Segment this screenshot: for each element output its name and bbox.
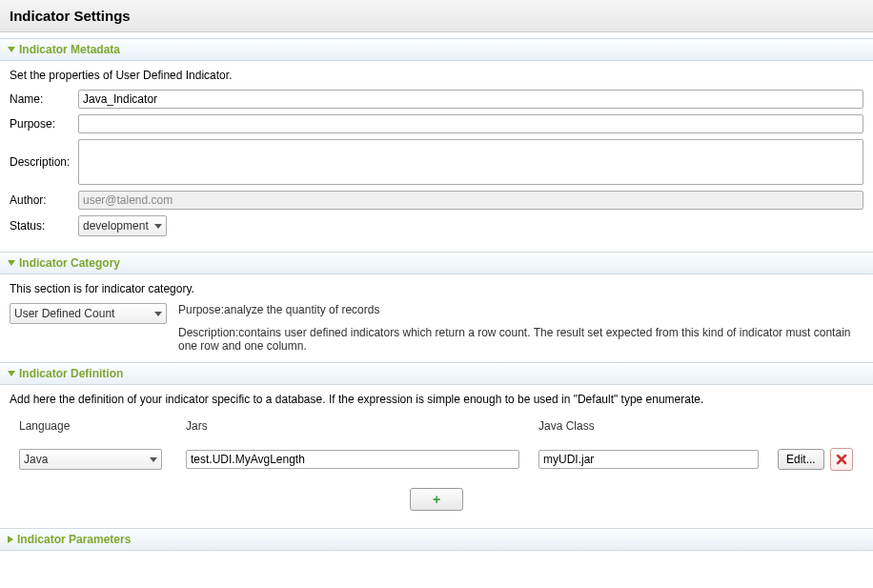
category-intro: This section is for indicator category.	[10, 282, 863, 295]
label-status: Status:	[10, 219, 78, 233]
status-combo[interactable]: development	[78, 215, 167, 236]
status-combo-value: development	[83, 219, 154, 233]
description-field[interactable]	[78, 139, 863, 185]
metadata-intro: Set the properties of User Defined Indic…	[10, 69, 863, 82]
label-description: Description:	[10, 155, 78, 169]
author-field	[78, 191, 863, 210]
definition-row: Java Edit...	[19, 448, 854, 471]
chevron-down-icon	[8, 371, 15, 376]
add-row-button[interactable]: +	[410, 488, 463, 511]
edit-button[interactable]: Edit...	[778, 449, 824, 470]
category-combo[interactable]: User Defined Count	[10, 303, 167, 324]
label-author: Author:	[10, 193, 78, 207]
category-description-text: contains user defined indicators which r…	[178, 326, 850, 353]
name-field[interactable]	[78, 90, 863, 109]
section-body-metadata: Set the properties of User Defined Indic…	[0, 61, 873, 252]
plus-icon: +	[433, 493, 440, 506]
category-description-label: Description:	[178, 326, 238, 339]
category-combo-value: User Defined Count	[14, 307, 154, 320]
label-name: Name:	[10, 92, 78, 106]
section-body-category: This section is for indicator category. …	[0, 274, 873, 362]
category-purpose-text: analyze the quantity of records	[224, 303, 379, 316]
category-info: Purpose:analyze the quantity of records …	[178, 303, 863, 353]
section-title-parameters: Indicator Parameters	[17, 533, 131, 546]
category-purpose-row: Purpose:analyze the quantity of records	[178, 303, 863, 316]
language-combo-value: Java	[24, 453, 150, 466]
definition-intro: Add here the definition of your indicato…	[10, 393, 863, 406]
section-header-metadata[interactable]: Indicator Metadata	[0, 38, 873, 61]
col-header-java-class: Java Class	[538, 419, 759, 433]
section-header-category[interactable]: Indicator Category	[0, 252, 873, 274]
purpose-field[interactable]	[78, 114, 863, 133]
chevron-right-icon	[8, 536, 13, 543]
col-header-jars: Jars	[186, 419, 519, 433]
section-title-definition: Indicator Definition	[19, 367, 123, 380]
section-header-parameters[interactable]: Indicator Parameters	[0, 528, 873, 551]
col-header-language: Language	[19, 419, 167, 433]
category-purpose-label: Purpose:	[178, 303, 224, 316]
chevron-down-icon	[154, 224, 162, 229]
chevron-down-icon	[8, 47, 15, 52]
java-class-field[interactable]	[538, 450, 759, 469]
category-description-row: Description:contains user defined indica…	[178, 326, 863, 353]
definition-columns-header: Language Jars Java Class	[19, 419, 854, 433]
chevron-down-icon	[154, 312, 162, 316]
label-purpose: Purpose:	[10, 117, 78, 131]
section-title-category: Indicator Category	[19, 256, 120, 270]
delete-row-button[interactable]	[830, 448, 853, 471]
language-combo[interactable]: Java	[19, 449, 162, 470]
jars-field[interactable]	[186, 450, 519, 469]
page-title: Indicator Settings	[0, 0, 873, 32]
section-body-definition: Add here the definition of your indicato…	[0, 385, 873, 528]
section-title-metadata: Indicator Metadata	[19, 43, 120, 56]
close-icon	[836, 454, 847, 465]
chevron-down-icon	[8, 260, 15, 266]
chevron-down-icon	[150, 457, 157, 462]
section-header-definition[interactable]: Indicator Definition	[0, 362, 873, 385]
